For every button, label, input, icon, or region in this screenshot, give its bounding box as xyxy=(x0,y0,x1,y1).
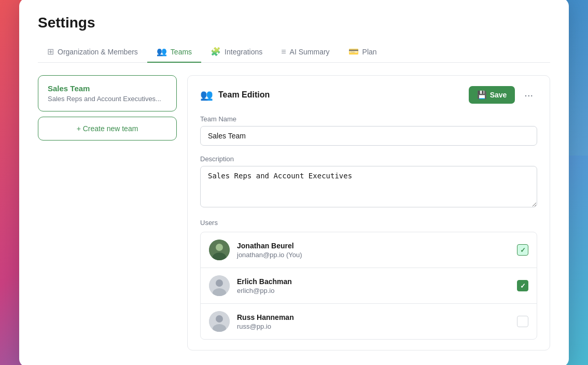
table-row: Russ Hanneman russ@pp.io xyxy=(201,304,537,339)
svg-point-4 xyxy=(216,279,223,287)
content-area: Sales Team Sales Reps and Account Execut… xyxy=(38,75,550,350)
user-email: jonathan@pp.io (You) xyxy=(237,251,510,259)
tab-ai-summary[interactable]: ≡ AI Summary xyxy=(272,42,339,63)
table-row: Erlich Bachman erlich@pp.io ✓ xyxy=(201,268,537,304)
main-header-left: 👥 Team Edition xyxy=(200,89,270,101)
team-name-input[interactable] xyxy=(200,126,537,146)
tab-org[interactable]: ⊞ Organization & Members xyxy=(38,41,147,63)
page-title: Settings xyxy=(38,15,550,31)
user-name: Erlich Bachman xyxy=(237,277,510,286)
user-info: Erlich Bachman erlich@pp.io xyxy=(237,277,510,294)
svg-point-7 xyxy=(216,315,223,322)
user-name: Jonathan Beurel xyxy=(237,242,510,250)
main-header-right: 💾 Save ··· xyxy=(469,86,537,104)
team-card-description: Sales Reps and Account Executives... xyxy=(48,95,167,103)
teams-icon: 👥 xyxy=(157,47,167,57)
tab-teams[interactable]: 👥 Teams xyxy=(147,41,201,63)
users-label: Users xyxy=(200,219,537,227)
team-edition-icon: 👥 xyxy=(200,89,213,101)
org-icon: ⊞ xyxy=(47,47,54,57)
main-panel: 👥 Team Edition 💾 Save ··· Team Name Desc… xyxy=(187,75,550,350)
avatar xyxy=(209,240,230,260)
user-checkbox[interactable] xyxy=(517,316,528,327)
team-name-group: Team Name xyxy=(200,115,537,146)
user-info: Russ Hanneman russ@pp.io xyxy=(237,313,510,330)
main-header: 👥 Team Edition 💾 Save ··· xyxy=(200,86,537,104)
user-info: Jonathan Beurel jonathan@pp.io (You) xyxy=(237,242,510,259)
settings-card: Settings ⊞ Organization & Members 👥 Team… xyxy=(19,0,569,365)
create-new-team-button[interactable]: + Create new team xyxy=(38,117,177,141)
users-section: Users Jonathan Beurel xyxy=(200,219,537,340)
user-email: erlich@pp.io xyxy=(237,287,510,294)
team-name-label: Team Name xyxy=(200,115,537,123)
sales-team-card[interactable]: Sales Team Sales Reps and Account Execut… xyxy=(38,75,177,111)
description-label: Description xyxy=(200,155,537,163)
team-edition-title: Team Edition xyxy=(218,90,270,100)
plan-icon: 💳 xyxy=(348,47,359,57)
check-icon: ✓ xyxy=(520,246,526,254)
user-checkbox[interactable]: ✓ xyxy=(517,280,528,291)
user-name: Russ Hanneman xyxy=(237,313,510,321)
table-row: Jonathan Beurel jonathan@pp.io (You) ✓ xyxy=(201,232,537,268)
tab-integrations[interactable]: 🧩 Integrations xyxy=(201,41,272,63)
user-email: russ@pp.io xyxy=(237,322,510,330)
avatar xyxy=(209,311,230,332)
description-group: Description Sales Reps and Account Execu… xyxy=(200,155,537,209)
avatar xyxy=(209,275,230,296)
tab-nav: ⊞ Organization & Members 👥 Teams 🧩 Integ… xyxy=(38,41,550,63)
tab-plan[interactable]: 💳 Plan xyxy=(339,41,386,63)
svg-point-1 xyxy=(216,244,223,251)
users-list: Jonathan Beurel jonathan@pp.io (You) ✓ xyxy=(200,232,537,340)
save-button[interactable]: 💾 Save xyxy=(469,86,515,104)
user-checkbox[interactable]: ✓ xyxy=(517,244,528,256)
description-textarea[interactable]: Sales Reps and Account Executives xyxy=(200,166,537,207)
check-icon: ✓ xyxy=(520,282,526,290)
sidebar: Sales Team Sales Reps and Account Execut… xyxy=(38,75,177,350)
team-card-name: Sales Team xyxy=(48,84,167,93)
more-options-button[interactable]: ··· xyxy=(520,87,537,103)
ai-summary-icon: ≡ xyxy=(281,47,286,57)
integrations-icon: 🧩 xyxy=(211,47,221,57)
save-icon: 💾 xyxy=(477,90,487,100)
